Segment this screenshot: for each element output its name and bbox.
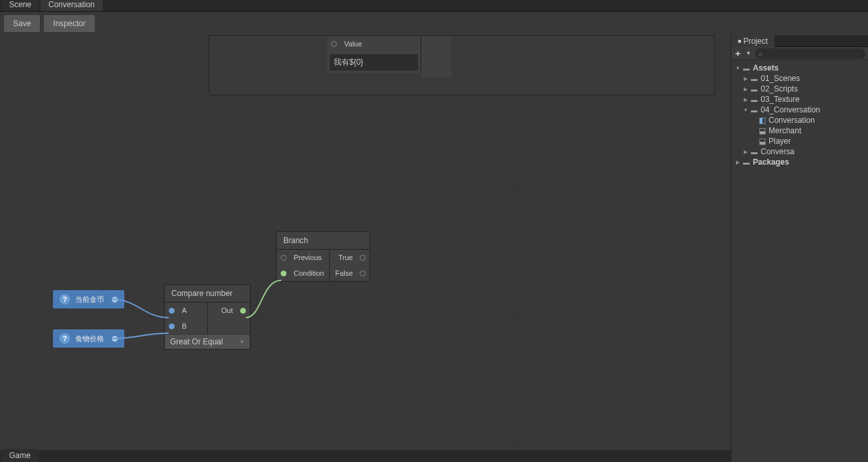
prefab-icon: ⬓	[757, 127, 767, 135]
variable-out-port[interactable]	[112, 297, 118, 303]
dialogue-node-body: Value 我有${0}	[327, 36, 421, 73]
prefab-icon: ⬓	[757, 137, 767, 145]
tab-game[interactable]: Game	[1, 449, 39, 462]
question-icon: ?	[60, 294, 70, 305]
folder-icon: ■	[738, 38, 741, 44]
port-out-label: Out	[221, 306, 233, 314]
variable-node-current-gold[interactable]: ? 当前金币	[53, 290, 124, 308]
disclosure-triangle-icon[interactable]: ▼	[734, 65, 742, 71]
port-false-out[interactable]	[360, 271, 366, 276]
port-true-label: True	[338, 254, 353, 261]
port-b-in[interactable]	[169, 323, 175, 329]
project-panel-header: ■Project	[731, 35, 868, 47]
tab-conversation[interactable]: Conversation	[41, 0, 103, 11]
folder-icon: ▬	[750, 148, 759, 156]
folder-icon: ▬	[742, 64, 751, 72]
port-previous-in[interactable]	[281, 255, 286, 261]
disclosure-triangle-icon[interactable]: ▶	[742, 76, 750, 82]
port-b-row: B	[165, 318, 207, 334]
scene-tabbar: Scene Conversation	[0, 0, 868, 12]
search-input[interactable]: ⌕	[755, 48, 865, 59]
disclosure-triangle-icon[interactable]: ▶	[742, 86, 750, 92]
port-previous-row: Previous	[277, 250, 329, 265]
dropdown-icon[interactable]: ▼	[744, 50, 752, 56]
port-true-out[interactable]	[360, 255, 366, 261]
folder-icon: ▬	[750, 85, 759, 93]
project-tools: + ▼ ⌕	[731, 47, 868, 60]
tab-project[interactable]: ■Project	[731, 35, 774, 48]
port-condition-in[interactable]	[281, 271, 286, 276]
tree-item-conversation-asset[interactable]: ◧ Conversation	[731, 115, 868, 125]
disclosure-triangle-icon[interactable]: ▶	[734, 159, 742, 165]
bottom-tabbar: Game	[0, 450, 731, 462]
tree-item-merchant[interactable]: ⬓ Merchant	[731, 125, 868, 136]
tree-item-scripts[interactable]: ▶ ▬ 02_Scripts	[731, 84, 868, 94]
tree-item-texture[interactable]: ▶ ▬ 03_Texture	[731, 94, 868, 105]
port-false-row: False	[330, 265, 370, 281]
tree-item-conversa[interactable]: ▶ ▬ Conversa	[731, 146, 868, 157]
disclosure-triangle-icon[interactable]: ▼	[742, 107, 750, 113]
folder-icon: ▬	[742, 158, 751, 166]
port-value-in[interactable]	[331, 41, 337, 47]
add-button[interactable]: +	[734, 48, 742, 59]
variable-label: 食物价格	[75, 334, 104, 344]
value-text-input[interactable]: 我有${0}	[330, 54, 418, 71]
tree-item-player[interactable]: ⬓ Player	[731, 136, 868, 146]
port-a-row: A	[165, 303, 207, 318]
node-body: A B Out Great Or	[165, 303, 250, 349]
variable-out-port[interactable]	[112, 336, 118, 342]
chevron-down-icon: ▼	[239, 339, 245, 345]
folder-icon: ▬	[750, 95, 759, 103]
node-body: Previous Condition True False	[277, 250, 370, 281]
project-tree: ▼ ▬ Assets ▶ ▬ 01_Scenes ▶ ▬ 02_Scripts …	[731, 60, 868, 170]
asset-icon: ◧	[757, 116, 767, 124]
port-value-row: Value	[327, 36, 421, 52]
inspector-button[interactable]: Inspector	[44, 15, 94, 32]
port-out[interactable]	[240, 308, 246, 314]
dialogue-node-right-pane	[421, 36, 451, 78]
folder-icon: ▬	[750, 74, 759, 82]
toolbar: Save Inspector	[0, 12, 868, 35]
main-area: Value 我有${0} ? 当前金币 ? 食物价格 Compare numbe…	[0, 35, 868, 462]
port-false-label: False	[335, 269, 353, 277]
dialogue-node[interactable]: Value 我有${0}	[209, 35, 715, 95]
tree-item-scenes[interactable]: ▶ ▬ 01_Scenes	[731, 73, 868, 84]
search-icon: ⌕	[759, 50, 763, 57]
tab-scene[interactable]: Scene	[1, 0, 39, 11]
node-title: Compare number	[165, 285, 250, 303]
port-b-label: B	[182, 322, 186, 330]
port-value-label: Value	[344, 40, 362, 48]
save-button[interactable]: Save	[4, 15, 40, 32]
compare-number-node[interactable]: Compare number A B	[164, 284, 251, 350]
tree-item-assets[interactable]: ▼ ▬ Assets	[731, 63, 868, 73]
port-true-row: True	[330, 250, 370, 265]
project-panel: ■Project + ▼ ⌕ ▼ ▬ Assets ▶ ▬ 01_Scenes …	[731, 35, 868, 462]
graph-canvas[interactable]: Value 我有${0} ? 当前金币 ? 食物价格 Compare numbe…	[0, 35, 731, 462]
compare-mode-dropdown[interactable]: Great Or Equal ▼	[165, 334, 250, 349]
port-out-row: Out	[208, 303, 251, 318]
port-condition-label: Condition	[294, 269, 324, 277]
disclosure-triangle-icon[interactable]: ▶	[742, 149, 750, 155]
port-a-label: A	[182, 306, 186, 314]
disclosure-triangle-icon[interactable]: ▶	[742, 97, 750, 103]
branch-node[interactable]: Branch Previous Condition True	[276, 231, 370, 282]
folder-icon: ▬	[750, 106, 759, 114]
tree-item-conversation-folder[interactable]: ▼ ▬ 04_Conversation	[731, 105, 868, 115]
port-condition-row: Condition	[277, 265, 329, 281]
port-previous-label: Previous	[294, 254, 322, 261]
question-icon: ?	[60, 333, 70, 344]
variable-label: 当前金币	[75, 295, 104, 305]
port-a-in[interactable]	[169, 308, 175, 314]
dropdown-label: Great Or Equal	[170, 337, 223, 346]
tree-item-packages[interactable]: ▶ ▬ Packages	[731, 157, 868, 167]
node-title: Branch	[277, 232, 370, 250]
variable-node-food-price[interactable]: ? 食物价格	[53, 329, 124, 348]
